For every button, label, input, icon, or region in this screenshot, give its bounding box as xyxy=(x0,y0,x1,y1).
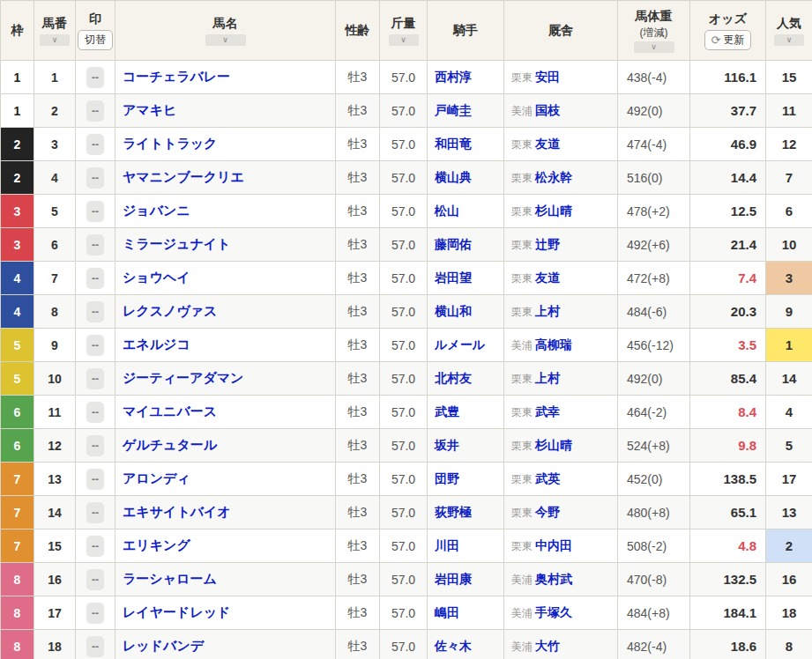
mark-toggle-chip[interactable]: -- xyxy=(86,301,104,322)
stable-region-label: 美浦 xyxy=(511,339,533,352)
mark-toggle-chip[interactable]: -- xyxy=(86,201,104,222)
stable-cell: 栗東杉山晴 xyxy=(504,429,618,463)
jockey-cell: 坂井 xyxy=(428,429,504,463)
jockey-link[interactable]: 岩田望 xyxy=(435,270,472,285)
trainer-link[interactable]: 上村 xyxy=(535,304,560,318)
jockey-link[interactable]: ルメール xyxy=(435,337,485,352)
header-body-weight-label: 馬体重 xyxy=(636,9,673,25)
sort-horse-name-button[interactable]: ∨ xyxy=(205,34,246,46)
mark-toggle-chip[interactable]: -- xyxy=(86,67,104,88)
horse-name-link[interactable]: ゲルチュタール xyxy=(123,437,217,452)
header-mark-label: 印 xyxy=(89,11,101,27)
jockey-link[interactable]: 武豊 xyxy=(435,404,459,418)
horse-name-link[interactable]: エリキング xyxy=(123,537,190,552)
horse-name-cell: レッドバンデ xyxy=(115,630,336,659)
horse-number-cell: 13 xyxy=(34,463,76,496)
horse-name-link[interactable]: レイヤードレッド xyxy=(123,604,230,619)
mark-toggle-chip[interactable]: -- xyxy=(86,636,104,657)
trainer-link[interactable]: 中内田 xyxy=(535,538,572,552)
trainer-link[interactable]: 大竹 xyxy=(535,639,560,653)
trainer-link[interactable]: 上村 xyxy=(535,371,560,385)
trainer-link[interactable]: 友道 xyxy=(535,137,560,151)
horse-name-link[interactable]: ショウヘイ xyxy=(123,270,190,285)
jockey-cell: 藤岡佑 xyxy=(428,228,504,262)
mark-toggle-chip[interactable]: -- xyxy=(86,134,104,155)
mark-toggle-chip[interactable]: -- xyxy=(86,469,104,490)
horse-name-link[interactable]: アマキヒ xyxy=(123,102,176,117)
mark-toggle-chip[interactable]: -- xyxy=(86,435,104,456)
horse-number-cell: 8 xyxy=(34,295,76,329)
sort-horse-number-button[interactable]: ∨ xyxy=(40,34,70,46)
mark-toggle-chip[interactable]: -- xyxy=(86,100,104,122)
mark-toggle-chip[interactable]: -- xyxy=(86,368,104,389)
header-popularity-label: 人気 xyxy=(777,16,801,32)
popularity-cell: 1 xyxy=(766,329,812,362)
jockey-link[interactable]: 嶋田 xyxy=(435,605,459,619)
horse-name-link[interactable]: コーチェラバレー xyxy=(123,69,230,84)
jockey-link[interactable]: 和田竜 xyxy=(435,137,472,151)
horse-name-cell: ショウヘイ xyxy=(115,262,336,295)
jockey-link[interactable]: 北村友 xyxy=(435,371,472,385)
horse-name-link[interactable]: マイユニバース xyxy=(123,404,217,418)
horse-number-cell: 11 xyxy=(34,396,76,429)
trainer-link[interactable]: 杉山晴 xyxy=(535,204,572,218)
jockey-link[interactable]: 佐々木 xyxy=(435,639,472,653)
trainer-link[interactable]: 今野 xyxy=(535,505,560,519)
sort-popularity-button[interactable]: ∨ xyxy=(774,34,804,46)
stable-region-label: 栗東 xyxy=(511,507,533,519)
header-sex-age: 性齢 xyxy=(336,1,380,61)
jockey-link[interactable]: 団野 xyxy=(435,471,459,485)
sort-carried-weight-button[interactable]: ∨ xyxy=(389,34,419,46)
jockey-link[interactable]: 坂井 xyxy=(435,438,459,452)
jockey-link[interactable]: 川田 xyxy=(435,538,459,552)
jockey-link[interactable]: 松山 xyxy=(435,204,459,218)
trainer-link[interactable]: 武英 xyxy=(535,471,560,485)
mark-toggle-chip[interactable]: -- xyxy=(86,603,104,624)
mark-toggle-chip[interactable]: -- xyxy=(86,402,104,423)
trainer-link[interactable]: 武幸 xyxy=(535,404,560,418)
header-jockey: 騎手 xyxy=(428,1,504,61)
trainer-link[interactable]: 国枝 xyxy=(535,103,560,117)
trainer-link[interactable]: 安田 xyxy=(535,70,560,84)
horse-name-link[interactable]: アロンディ xyxy=(123,470,190,485)
horse-name-link[interactable]: ライトトラック xyxy=(123,136,217,151)
body-weight-cell: 516(0) xyxy=(618,161,690,195)
jockey-link[interactable]: 岩田康 xyxy=(435,572,472,586)
jockey-link[interactable]: 横山和 xyxy=(435,304,472,318)
trainer-link[interactable]: 友道 xyxy=(535,270,560,285)
mark-toggle-chip[interactable]: -- xyxy=(86,234,104,255)
mark-toggle-chip[interactable]: -- xyxy=(86,536,104,557)
odds-cell: 21.4 xyxy=(690,228,766,262)
jockey-link[interactable]: 藤岡佑 xyxy=(435,237,472,251)
sort-body-weight-button[interactable]: ∨ xyxy=(634,41,674,53)
horse-name-link[interactable]: ミラージュナイト xyxy=(123,236,230,251)
jockey-link[interactable]: 西村淳 xyxy=(435,70,472,84)
horse-name-link[interactable]: レクスノヴァス xyxy=(123,303,217,318)
trainer-link[interactable]: 杉山晴 xyxy=(535,438,572,452)
trainer-link[interactable]: 高柳瑞 xyxy=(535,337,572,352)
mark-toggle-chip[interactable]: -- xyxy=(86,569,104,590)
mark-toggle-chip[interactable]: -- xyxy=(86,268,104,289)
horse-name-link[interactable]: ジョバンニ xyxy=(123,203,190,218)
jockey-link[interactable]: 戸崎圭 xyxy=(435,103,472,117)
popularity-cell: 5 xyxy=(766,429,812,463)
horse-name-link[interactable]: レッドバンデ xyxy=(123,638,204,653)
horse-name-link[interactable]: ラーシャローム xyxy=(123,571,217,586)
mark-toggle-chip[interactable]: -- xyxy=(86,167,104,189)
horse-name-link[interactable]: エネルジコ xyxy=(123,337,190,352)
frame-cell: 8 xyxy=(1,596,34,630)
jockey-link[interactable]: 横山典 xyxy=(435,170,472,184)
trainer-link[interactable]: 松永幹 xyxy=(535,170,572,184)
mark-toggle-chip[interactable]: -- xyxy=(86,335,104,356)
horse-name-link[interactable]: ジーティーアダマン xyxy=(123,370,243,385)
odds-cell: 14.4 xyxy=(690,161,766,195)
horse-name-link[interactable]: エキサイトバイオ xyxy=(123,504,231,519)
mark-toggle-button[interactable]: 切替 xyxy=(78,30,113,50)
trainer-link[interactable]: 奥村武 xyxy=(535,572,572,586)
mark-toggle-chip[interactable]: -- xyxy=(86,502,104,523)
odds-refresh-button[interactable]: ⟳更新 xyxy=(704,30,752,50)
trainer-link[interactable]: 手塚久 xyxy=(535,605,572,619)
horse-name-link[interactable]: ヤマニンブークリエ xyxy=(123,169,244,184)
jockey-link[interactable]: 荻野極 xyxy=(435,505,472,519)
trainer-link[interactable]: 辻野 xyxy=(535,237,560,251)
